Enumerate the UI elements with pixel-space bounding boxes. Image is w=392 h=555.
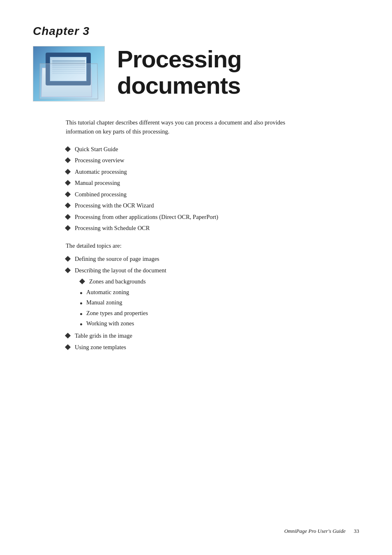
diamond-bullet-icon — [65, 344, 71, 350]
dot-bullet-icon — [80, 323, 82, 325]
zones-sub-list: Automatic zoning Manual zoning Zone type… — [80, 288, 148, 329]
list-item: Processing from other applications (Dire… — [66, 212, 359, 221]
header-area: Processing documents — [33, 46, 359, 101]
diamond-bullet-icon — [65, 169, 71, 175]
diamond-bullet-icon — [79, 279, 85, 284]
diamond-bullet-icon — [65, 256, 71, 262]
list-item: Manual processing — [66, 178, 359, 187]
diamond-bullet-icon — [65, 333, 71, 339]
list-item: Describing the layout of the document — [66, 266, 359, 275]
chapter-title: Processing documents — [117, 46, 359, 99]
list-item: Processing with the OCR Wizard — [66, 201, 359, 210]
list-item-zones: Zones and backgrounds Automatic zoning M… — [66, 277, 359, 329]
footer-title: OmniPage Pro User's Guide — [284, 528, 346, 534]
detailed-topics-list: Defining the source of page images Descr… — [66, 254, 359, 352]
diamond-bullet-icon — [65, 191, 71, 197]
page-footer: OmniPage Pro User's Guide 33 — [284, 528, 359, 534]
dot-bullet-icon — [80, 302, 82, 304]
sub-list-item: Zone types and properties — [80, 309, 148, 318]
list-item: Combined processing — [66, 190, 359, 199]
diamond-bullet-icon — [65, 146, 71, 152]
intro-text: This tutorial chapter describes differen… — [66, 118, 304, 136]
footer-page-number: 33 — [354, 528, 359, 534]
chapter-image — [33, 46, 105, 101]
sub-list-item: Automatic zoning — [80, 288, 148, 297]
diamond-bullet-icon — [65, 267, 71, 273]
main-topics-list: Quick Start Guide Processing overview Au… — [66, 145, 359, 233]
monitor-screen — [50, 57, 87, 81]
list-item: Quick Start Guide — [66, 145, 359, 154]
diamond-bullet-icon — [65, 225, 71, 231]
chapter-label: Chapter 3 — [33, 25, 359, 38]
diamond-bullet-icon — [65, 180, 71, 186]
list-item: Using zone templates — [66, 343, 359, 352]
sub-list-item: Manual zoning — [80, 298, 148, 307]
dot-bullet-icon — [80, 292, 82, 294]
list-item: Processing overview — [66, 156, 359, 165]
zones-item-row: Zones and backgrounds — [80, 277, 146, 286]
list-item: Automatic processing — [66, 167, 359, 176]
dot-bullet-icon — [80, 313, 82, 315]
list-item: Table grids in the image — [66, 331, 359, 340]
page: Chapter 3 Processing documents This tuto… — [0, 0, 392, 555]
diamond-bullet-icon — [65, 203, 71, 208]
list-item: Defining the source of page images — [66, 254, 359, 263]
detailed-section-label: The detailed topics are: — [66, 241, 359, 250]
list-item: Processing with Schedule OCR — [66, 223, 359, 233]
diamond-bullet-icon — [65, 157, 71, 163]
monitor-shape — [46, 53, 91, 85]
diamond-bullet-icon — [65, 214, 71, 220]
sub-list-item: Working with zones — [80, 319, 148, 328]
